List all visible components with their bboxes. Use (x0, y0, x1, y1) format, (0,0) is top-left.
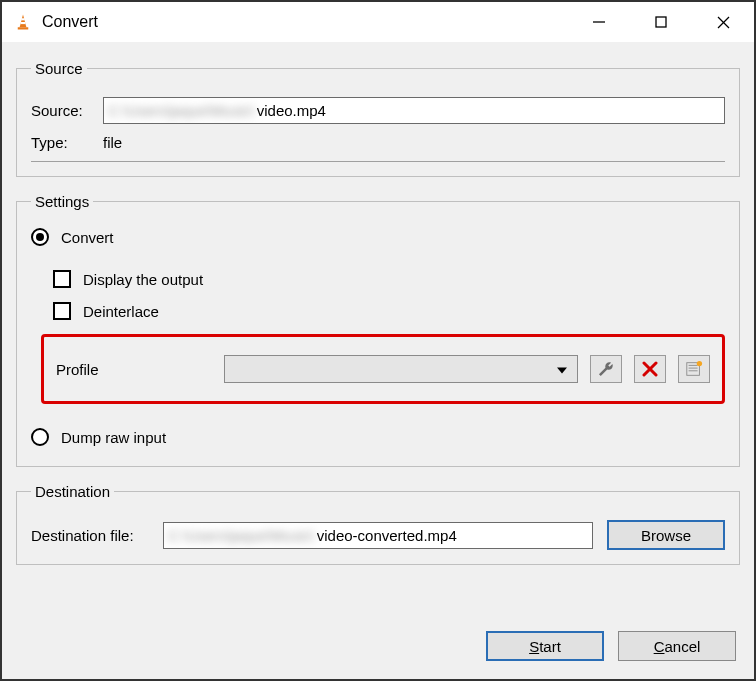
settings-group: Settings Convert Display the output Dein… (16, 193, 740, 467)
minimize-button[interactable] (568, 2, 630, 42)
list-new-icon (685, 360, 703, 378)
cancel-button-label: Cancel (654, 638, 701, 655)
x-icon (642, 361, 658, 377)
browse-button[interactable]: Browse (607, 520, 725, 550)
convert-radio-row[interactable]: Convert (31, 228, 725, 246)
source-path-filename: video.mp4 (257, 102, 720, 119)
close-button[interactable] (692, 2, 754, 42)
vlc-cone-icon (14, 13, 32, 31)
type-value: file (103, 134, 122, 151)
browse-button-label: Browse (641, 527, 691, 544)
start-button-label: Start (529, 638, 561, 655)
settings-legend: Settings (31, 193, 93, 210)
destination-legend: Destination (31, 483, 114, 500)
dump-raw-radio-row[interactable]: Dump raw input (31, 428, 725, 446)
type-label: Type: (31, 134, 103, 151)
source-group: Source Source: C:\Users\jaque\Music\ vid… (16, 60, 740, 177)
destination-label: Destination file: (31, 527, 163, 544)
profile-dropdown[interactable] (224, 355, 578, 383)
cancel-button[interactable]: Cancel (618, 631, 736, 661)
deinterlace-row[interactable]: Deinterlace (53, 302, 725, 320)
dialog-action-row: Start Cancel (16, 625, 740, 665)
svg-point-14 (697, 361, 702, 366)
window-title: Convert (42, 13, 568, 31)
minimize-icon (593, 16, 605, 28)
titlebar[interactable]: Convert (2, 2, 754, 42)
convert-radio-label: Convert (61, 229, 114, 246)
profile-box: Profile (41, 334, 725, 404)
source-path-blurred: C:\Users\jaque\Music\ (108, 102, 257, 119)
destination-group: Destination Destination file: C:\Users\j… (16, 483, 740, 565)
window-controls (568, 2, 754, 42)
destination-path-input[interactable]: C:\Users\jaque\Music\ video-converted.mp… (163, 522, 593, 549)
deinterlace-label: Deinterlace (83, 303, 159, 320)
display-output-row[interactable]: Display the output (53, 270, 725, 288)
maximize-button[interactable] (630, 2, 692, 42)
maximize-icon (655, 16, 667, 28)
svg-rect-3 (18, 27, 29, 29)
svg-marker-0 (20, 15, 27, 28)
new-profile-button[interactable] (678, 355, 710, 383)
source-label: Source: (31, 102, 103, 119)
close-icon (717, 16, 730, 29)
source-divider (31, 161, 725, 162)
delete-profile-button[interactable] (634, 355, 666, 383)
display-output-checkbox[interactable] (53, 270, 71, 288)
source-path-input[interactable]: C:\Users\jaque\Music\ video.mp4 (103, 97, 725, 124)
svg-rect-5 (656, 17, 666, 27)
profile-label: Profile (56, 361, 224, 378)
convert-dialog: Convert Source Source: C:\Users\jaque\Mu… (0, 0, 756, 681)
dump-raw-label: Dump raw input (61, 429, 166, 446)
destination-path-filename: video-converted.mp4 (317, 527, 588, 544)
dump-raw-radio[interactable] (31, 428, 49, 446)
destination-path-blurred: C:\Users\jaque\Music\ (168, 527, 317, 544)
start-button[interactable]: Start (486, 631, 604, 661)
svg-rect-1 (21, 18, 24, 20)
wrench-icon (597, 360, 615, 378)
display-output-label: Display the output (83, 271, 203, 288)
convert-radio[interactable] (31, 228, 49, 246)
edit-profile-button[interactable] (590, 355, 622, 383)
client-area: Source Source: C:\Users\jaque\Music\ vid… (2, 42, 754, 679)
deinterlace-checkbox[interactable] (53, 302, 71, 320)
svg-rect-2 (21, 22, 26, 24)
source-legend: Source (31, 60, 87, 77)
